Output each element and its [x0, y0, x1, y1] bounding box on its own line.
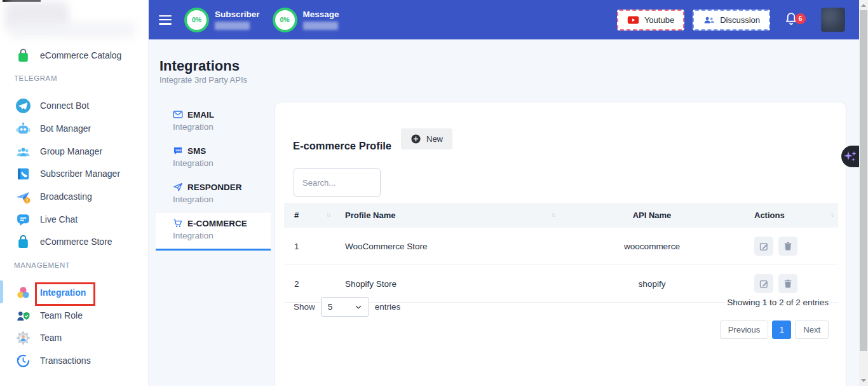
sidebar-section-telegram: TELEGRAM: [14, 74, 57, 82]
profiles-table: #↑↓ Profile Name↑↓ API Name Actions↑↓ 1 …: [284, 203, 838, 303]
table-summary: Showing 1 to 2 of 2 entries: [727, 298, 829, 307]
user-group-icon: [15, 144, 31, 160]
show-label: Show: [294, 302, 315, 312]
sidebar-item-label: Subscriber Manager: [40, 169, 120, 179]
sidebar-item-integration[interactable]: Integration: [15, 284, 86, 301]
logo-blurred-secondary: [10, 23, 135, 37]
subscriber-stat-label: Subscriber: [215, 10, 260, 19]
message-stat-label: Message: [303, 10, 339, 19]
page-size-control: Show 5 entries: [294, 297, 400, 317]
sidebar-item-label: Integration: [40, 287, 86, 298]
discussion-people-icon: [703, 14, 715, 26]
sidebar-item-label: Transactions: [40, 355, 91, 366]
new-profile-button[interactable]: New: [401, 128, 452, 149]
chevron-down-icon: [355, 303, 362, 311]
sidebar-item-label: eCommerce Catalog: [40, 50, 121, 60]
sidebar-item-group-manager[interactable]: Group Manager: [15, 143, 102, 160]
page-size-select[interactable]: 5: [321, 297, 369, 317]
subnav-title: SMS: [187, 146, 206, 156]
cart-icon: [173, 218, 183, 228]
column-header-num[interactable]: #↑↓: [284, 203, 335, 228]
ecommerce-profile-card: E-commerce Profile New #↑↓ Profile Name↑…: [275, 102, 846, 386]
sidebar-item-label: Broadcasting: [40, 191, 92, 202]
subnav-responder-integration[interactable]: RESPONDER Integration: [156, 182, 271, 204]
sidebar-item-label: Connect Bot: [40, 100, 89, 111]
sidebar: eCommerce Catalog TELEGRAM Connect Bot B…: [0, 0, 149, 386]
search-input[interactable]: [294, 168, 381, 197]
hamburger-menu-icon[interactable]: [159, 15, 172, 25]
row-num: 1: [284, 228, 335, 265]
color-circles-icon: [15, 285, 31, 301]
youtube-button[interactable]: Youtube: [617, 10, 684, 31]
shopping-bag-icon: [15, 48, 31, 64]
current-page-button[interactable]: 1: [772, 321, 791, 339]
subnav-email-integration[interactable]: EMAIL Integration: [156, 109, 271, 132]
sidebar-section-management: MANAGEMENT: [14, 261, 70, 269]
sort-icon: ↑↓: [829, 211, 833, 218]
edit-button[interactable]: [754, 274, 773, 293]
scrollbar-thumb[interactable]: [860, 10, 867, 351]
card-heading: E-commerce Profile: [293, 140, 391, 152]
person-shield-icon: [15, 308, 31, 324]
sidebar-item-live-chat[interactable]: Live Chat: [15, 211, 78, 228]
subscriber-stat: 0% Subscriber: [184, 8, 260, 32]
edit-button[interactable]: [754, 237, 773, 256]
sidebar-item-bot-manager[interactable]: Bot Manager: [15, 120, 91, 137]
sidebar-item-ecommerce-catalog[interactable]: eCommerce Catalog: [15, 47, 121, 64]
sort-icon: ↑↓: [326, 211, 330, 218]
active-item-indicator: [0, 280, 3, 303]
store-bag-icon: [15, 234, 31, 250]
subscriber-progress-ring: 0%: [184, 8, 209, 32]
subnav-sms-integration[interactable]: SMS SMS Integration: [156, 146, 271, 168]
row-api-name: shopify: [560, 265, 744, 303]
topbar: 0% Subscriber 0% Message Youtube Discuss…: [148, 0, 859, 39]
row-actions: [744, 228, 838, 265]
subnav-subtitle: Integration: [173, 158, 271, 168]
subnav-subtitle: Integration: [173, 231, 271, 240]
next-page-button[interactable]: Next: [795, 321, 829, 339]
sidebar-item-team[interactable]: Team: [15, 329, 62, 346]
sidebar-item-team-role[interactable]: Team Role: [15, 307, 83, 324]
telegram-plane-icon: [15, 98, 31, 114]
sidebar-item-label: Team: [40, 333, 62, 343]
discussion-button-label: Discussion: [720, 15, 760, 25]
scrollbar-down-arrow-icon[interactable]: [861, 379, 866, 382]
sidebar-item-connect-bot[interactable]: Connect Bot: [15, 97, 89, 114]
sidebar-item-label: eCommerce Store: [40, 237, 112, 247]
sparkles-icon: [843, 149, 858, 164]
pagination: Previous 1 Next: [720, 321, 829, 339]
sms-bubble-icon: SMS: [173, 146, 183, 156]
notification-count-badge: 6: [795, 13, 806, 24]
sidebar-item-broadcasting[interactable]: Broadcasting: [15, 188, 92, 205]
entries-label: entries: [375, 302, 401, 312]
main-content: Integrations Integrate 3rd Party APIs EM…: [148, 39, 859, 386]
discussion-button[interactable]: Discussion: [693, 10, 770, 31]
column-header-api-name[interactable]: API Name: [560, 203, 744, 228]
sidebar-item-subscriber-manager[interactable]: Subscriber Manager: [15, 165, 120, 182]
subnav-ecommerce-integration[interactable]: E-COMMERCE Integration: [156, 213, 271, 251]
sidebar-item-label: Live Chat: [40, 214, 78, 224]
user-avatar[interactable]: [821, 8, 845, 32]
column-header-profile-name[interactable]: Profile Name↑↓: [335, 203, 560, 228]
page-title: Integrations: [159, 58, 240, 74]
subscriber-stat-value-redacted: [215, 22, 250, 30]
sidebar-item-transactions[interactable]: Transactions: [15, 352, 91, 369]
sidebar-item-label: Team Role: [40, 310, 83, 321]
column-header-actions[interactable]: Actions↑↓: [744, 203, 838, 228]
clock-refresh-icon: [15, 353, 31, 369]
delete-button[interactable]: [778, 274, 797, 293]
message-stat: 0% Message: [273, 8, 339, 32]
ai-assistant-fab[interactable]: [841, 146, 859, 167]
window-scrollbar[interactable]: [859, 0, 868, 386]
sidebar-item-ecommerce-store[interactable]: eCommerce Store: [15, 233, 112, 250]
previous-page-button[interactable]: Previous: [720, 321, 769, 339]
row-profile-name: WooCommerce Store: [335, 228, 560, 265]
delete-button[interactable]: [778, 237, 797, 256]
gear-person-icon: [15, 330, 31, 346]
notification-bell[interactable]: 6: [783, 11, 800, 28]
subnav-title: E-COMMERCE: [187, 219, 247, 228]
svg-text:SMS: SMS: [175, 149, 181, 152]
subnav-title: RESPONDER: [187, 183, 242, 192]
sidebar-item-label: Bot Manager: [40, 123, 91, 134]
scrollbar-up-arrow-icon[interactable]: [861, 4, 866, 7]
